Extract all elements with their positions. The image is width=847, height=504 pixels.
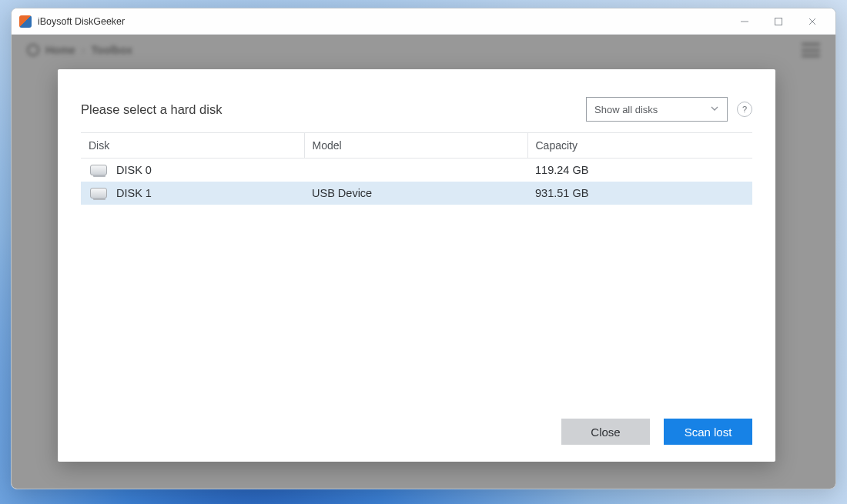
help-icon: ?	[742, 105, 747, 114]
disk-capacity: 119.24 GB	[527, 159, 752, 182]
disk-model: USB Device	[304, 182, 527, 205]
close-window-button[interactable]	[795, 11, 829, 32]
disk-model	[304, 159, 527, 182]
select-disk-dialog: Please select a hard disk Show all disks…	[58, 69, 775, 462]
window-title: iBoysoft DiskGeeker	[38, 16, 125, 27]
chevron-down-icon	[710, 104, 719, 115]
desktop-background: iBoysoft DiskGeeker Home › Toolbox	[0, 0, 847, 504]
col-header-disk[interactable]: Disk	[81, 133, 304, 159]
close-button[interactable]: Close	[561, 419, 650, 445]
table-row[interactable]: DISK 0119.24 GB	[81, 159, 752, 182]
table-row[interactable]: DISK 1USB Device931.51 GB	[81, 182, 752, 205]
dialog-header: Please select a hard disk Show all disks…	[58, 69, 775, 132]
minimize-button[interactable]	[728, 11, 762, 32]
disk-capacity: 931.51 GB	[527, 182, 752, 205]
disk-filter-dropdown[interactable]: Show all disks	[586, 97, 728, 122]
col-header-capacity[interactable]: Capacity	[527, 133, 752, 159]
table-header-row: Disk Model Capacity	[81, 133, 752, 159]
scan-lost-button[interactable]: Scan lost	[664, 419, 752, 445]
col-header-model[interactable]: Model	[304, 133, 527, 159]
svg-rect-1	[775, 18, 782, 25]
disk-icon	[90, 188, 107, 199]
disk-name: DISK 0	[116, 164, 152, 176]
disk-table-wrap: Disk Model Capacity DISK 0119.24 GBDISK …	[58, 132, 775, 406]
dialog-footer: Close Scan lost	[58, 406, 775, 462]
disk-icon	[90, 165, 107, 175]
maximize-button[interactable]	[762, 11, 795, 32]
app-window: iBoysoft DiskGeeker Home › Toolbox	[11, 8, 836, 489]
app-icon	[19, 15, 32, 28]
disk-filter-label: Show all disks	[594, 104, 658, 115]
dialog-title: Please select a hard disk	[81, 102, 222, 117]
titlebar[interactable]: iBoysoft DiskGeeker	[12, 8, 835, 35]
help-button[interactable]: ?	[737, 102, 752, 117]
disk-name: DISK 1	[116, 187, 152, 199]
disk-table: Disk Model Capacity DISK 0119.24 GBDISK …	[81, 132, 752, 205]
app-body: Home › Toolbox Please select a hard disk…	[12, 35, 835, 489]
